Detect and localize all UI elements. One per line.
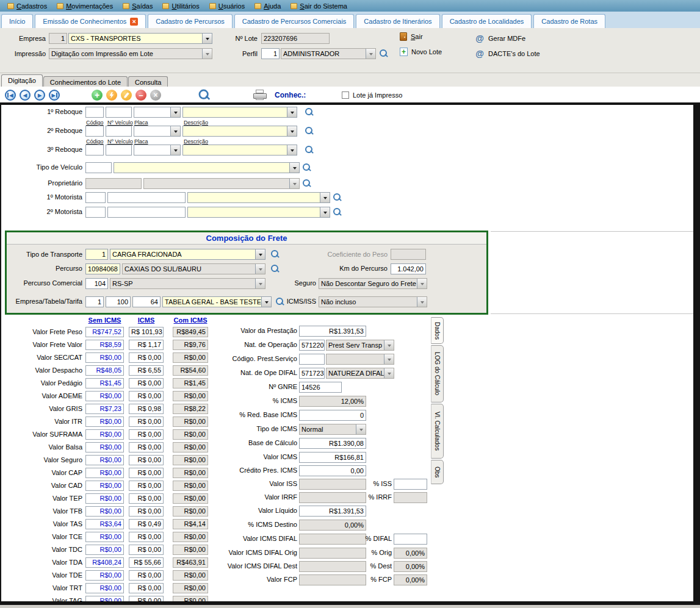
chevron-down-icon[interactable] [202, 34, 212, 43]
sem-icms-field[interactable]: R$3,64 [85, 519, 124, 529]
lote-impresso-checkbox[interactable] [342, 91, 349, 99]
impressao-combo[interactable]: Digitação com Impressão em Lote [49, 48, 212, 59]
reboque1-codigo-field[interactable] [85, 107, 104, 118]
menu-item[interactable]: Movimentações [52, 2, 118, 10]
window-tab[interactable]: Cadastro de Rotas [533, 14, 605, 28]
tab-digitacao[interactable]: Digitação [1, 74, 43, 87]
perfil-code-field[interactable]: 1 [261, 48, 280, 59]
icms-field[interactable]: R$ 0,00 [129, 506, 164, 517]
sem-icms-field[interactable]: R$747,52 [85, 327, 124, 337]
icms-field[interactable]: R$ 6,55 [129, 365, 164, 376]
window-tab[interactable]: Cadastro de Localidades [442, 14, 532, 28]
nav-first-button[interactable] [5, 90, 16, 101]
percurso-combo[interactable]: CAXIAS DO SUL/BAURU [122, 263, 265, 274]
km-percurso-field[interactable]: 1.042,00 [391, 263, 426, 274]
chevron-down-icon[interactable] [289, 179, 299, 188]
reboque2-search-icon[interactable] [305, 127, 314, 135]
ett-tabela-combo[interactable]: TABELA GERAL - BASE TESTE [162, 296, 272, 307]
menu-item[interactable]: Ajuda [250, 2, 286, 10]
chevron-down-icon[interactable] [170, 107, 180, 117]
side-tab-obs[interactable]: Obs [431, 460, 444, 484]
tipo-veiculo-code-field[interactable] [85, 162, 112, 173]
sem-icms-field[interactable]: R$0,00 [85, 442, 124, 452]
chevron-down-icon[interactable] [255, 249, 265, 259]
add-button[interactable] [92, 90, 103, 101]
icms-field[interactable]: R$ 0,00 [129, 391, 164, 401]
edit-button[interactable] [121, 90, 132, 101]
sem-icms-field[interactable]: R$0,00 [85, 583, 124, 593]
motorista1-search-icon[interactable] [333, 193, 342, 202]
reboque1-nveiculo-field[interactable] [106, 107, 132, 118]
delete-button[interactable] [135, 90, 146, 101]
chevron-down-icon[interactable] [384, 354, 394, 364]
icms-field[interactable]: R$ 0,00 [129, 493, 164, 504]
empresa-combo[interactable]: CXS - TRANSPORTES [68, 33, 212, 44]
side-tab-dados[interactable]: Dados [431, 317, 444, 344]
nav-prev-button[interactable] [20, 90, 31, 101]
motorista2-doc-field[interactable] [107, 207, 186, 218]
icms-field[interactable]: R$ 0,00 [129, 429, 164, 440]
post-button[interactable] [106, 90, 117, 101]
chevron-down-icon[interactable] [384, 368, 394, 378]
nav-next-button[interactable] [34, 90, 45, 101]
reboque3-nveiculo-field[interactable] [106, 145, 132, 156]
nat-operacao-combo[interactable]: Prest Serv Transp a N [326, 340, 394, 351]
reboque1-descricao-combo[interactable] [182, 107, 297, 118]
chevron-down-icon[interactable] [320, 193, 330, 202]
percurso-comercial-combo[interactable]: RS-SP [110, 278, 265, 289]
window-tab[interactable]: Início [1, 14, 33, 28]
reboque3-descricao-combo[interactable] [182, 145, 297, 156]
credito-pres-field[interactable]: 0,00 [299, 465, 366, 476]
side-tab-vl-calculados[interactable]: Vl. Calculados [431, 404, 444, 459]
pct-difal-field[interactable] [394, 534, 427, 545]
icms-field[interactable]: R$ 0,00 [129, 583, 164, 593]
tipo-icms-combo[interactable]: Normal [299, 424, 366, 435]
tipo-transporte-combo[interactable]: CARGA FRACIONADA [110, 249, 265, 260]
icms-iss-combo[interactable]: Não incluso [319, 296, 427, 307]
ett-tabela-field[interactable]: 100 [106, 296, 131, 307]
window-tab[interactable]: Cadastro de Itinerários [356, 14, 439, 28]
sem-icms-field[interactable]: R$0,00 [85, 468, 124, 478]
window-tab[interactable]: Cadastro de Percursos Comerciais [234, 14, 355, 28]
chevron-down-icon[interactable] [289, 163, 299, 173]
chevron-down-icon[interactable] [320, 207, 330, 217]
percurso-comercial-code-field[interactable]: 104 [85, 278, 108, 289]
reboque1-search-icon[interactable] [305, 108, 314, 116]
icms-field[interactable]: R$ 0,00 [129, 468, 164, 478]
side-tab-log-do-calculo[interactable]: LOG do Cálculo [431, 345, 444, 402]
sair-button[interactable]: Sair [400, 32, 423, 41]
icms-field[interactable]: R$ 0,00 [129, 417, 164, 427]
motorista2-combo[interactable] [187, 207, 330, 218]
icms-field[interactable]: R$ 0,49 [129, 519, 164, 529]
nav-last-button[interactable] [49, 90, 60, 101]
tipo-transporte-search-icon[interactable] [271, 250, 280, 259]
sem-icms-field[interactable]: R$0,00 [85, 570, 124, 581]
reboque2-descricao-combo[interactable] [182, 126, 297, 137]
tipo-veiculo-combo[interactable] [114, 162, 300, 173]
prestacao-field[interactable]: R$1.391,53 [299, 326, 366, 337]
proprietario-code-field[interactable] [85, 178, 142, 189]
perfil-combo[interactable]: ADMINISTRADOR [281, 48, 376, 59]
cancel-button[interactable] [150, 90, 161, 101]
reboque3-placa-combo[interactable] [134, 145, 181, 156]
icms-field[interactable]: R$ 1,17 [129, 340, 164, 350]
cod-prest-servico-code-field[interactable] [299, 354, 325, 365]
menu-item[interactable]: Usuários [204, 2, 250, 10]
chevron-down-icon[interactable] [255, 264, 265, 274]
proprietario-search-icon[interactable] [303, 179, 311, 188]
icms-field[interactable]: R$ 0,98 [129, 404, 164, 414]
window-tab[interactable]: Cadastro de Percursos [148, 14, 233, 28]
percurso-code-field[interactable]: 10984068 [85, 263, 120, 274]
icms-field[interactable]: R$ 0,00 [129, 442, 164, 452]
tab-conhecimentos-do-lote[interactable]: Conhecimentos do Lote [43, 76, 128, 87]
icms-field[interactable]: R$ 0,00 [129, 532, 164, 542]
menu-item[interactable]: Sair do Sistema [286, 2, 352, 10]
chevron-down-icon[interactable] [202, 49, 212, 59]
close-tab-icon[interactable]: × [130, 18, 138, 26]
reboque3-codigo-field[interactable] [85, 145, 104, 156]
chevron-down-icon[interactable] [170, 126, 180, 136]
sem-icms-field[interactable]: R$408,24 [85, 557, 124, 568]
nat-ope-difal-code-field[interactable]: 571723 [299, 368, 325, 379]
reboque2-placa-combo[interactable] [134, 126, 181, 137]
print-button[interactable] [253, 90, 267, 100]
